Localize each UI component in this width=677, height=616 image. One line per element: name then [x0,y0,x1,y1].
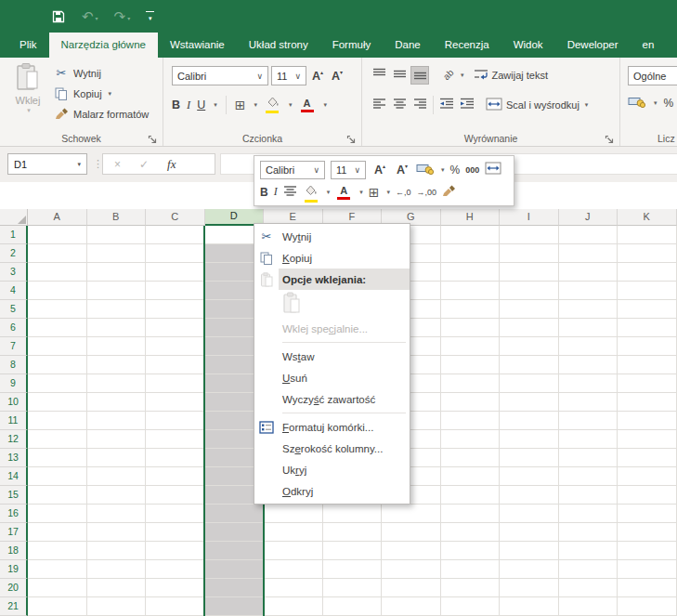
cell-J13[interactable] [559,449,618,467]
cell-C2[interactable] [146,244,205,263]
copy-button[interactable]: Kopiuj▾ [54,85,149,101]
cell-B5[interactable] [87,300,147,319]
tab-en[interactable]: en [631,33,667,58]
cell-A4[interactable] [28,282,87,300]
cell-E19[interactable] [264,560,323,579]
cell-J3[interactable] [559,263,618,282]
cell-I5[interactable] [500,300,559,319]
cell-B20[interactable] [87,579,147,597]
row-header-1[interactable]: 1 [0,226,28,244]
menu-item-szerokosc-kolumny[interactable]: Szerokość kolumny... [254,438,410,459]
cell-B1[interactable] [87,226,147,244]
cell-K11[interactable] [618,412,677,430]
align-top-button[interactable] [370,66,388,85]
column-header-C[interactable]: C [146,209,205,226]
increase-indent-button[interactable] [458,96,476,114]
align-left-button[interactable] [370,96,388,114]
cell-J17[interactable] [559,523,618,542]
accounting-format-button[interactable] [628,96,645,111]
cell-C11[interactable] [146,412,205,430]
enter-icon[interactable]: ✓ [139,158,149,171]
row-header-21[interactable]: 21 [0,597,28,616]
cell-D17[interactable] [205,523,265,542]
row-header-20[interactable]: 20 [0,579,28,597]
cell-G20[interactable] [382,579,441,597]
cell-A7[interactable] [28,337,87,356]
cell-K17[interactable] [618,523,677,542]
menu-item-wstaw[interactable]: Wstaw [254,346,410,367]
cell-K13[interactable] [618,449,677,467]
align-right-button[interactable] [410,96,429,114]
cell-D16[interactable] [205,505,265,523]
cell-F19[interactable] [323,560,383,579]
paste-button[interactable]: Wklej ▾ [7,62,48,131]
orientation-button[interactable]: ab [438,66,457,85]
clipboard-dialog-launcher-icon[interactable] [148,132,159,143]
cell-J12[interactable] [559,430,618,449]
row-header-9[interactable]: 9 [0,374,28,393]
merge-center-button[interactable]: Scal i wyśrodkuj▾ [486,98,588,112]
cell-I12[interactable] [500,430,559,449]
cell-J10[interactable] [559,393,618,412]
cell-E21[interactable] [264,597,323,616]
row-header-6[interactable]: 6 [0,319,28,337]
font-color-button[interactable]: A [299,98,316,112]
cell-C9[interactable] [146,374,205,393]
cell-I20[interactable] [500,579,559,597]
row-header-7[interactable]: 7 [0,337,28,356]
cell-K6[interactable] [618,319,677,337]
cell-B19[interactable] [87,560,147,579]
cell-C12[interactable] [146,430,205,449]
menu-item-usun[interactable]: Usuń [254,367,410,388]
cell-I15[interactable] [500,486,559,505]
cell-K7[interactable] [618,337,677,356]
cell-K21[interactable] [618,597,677,616]
cell-K3[interactable] [618,263,677,282]
cell-I1[interactable] [500,226,559,244]
italic-button[interactable]: I [187,98,190,112]
tab-formuly[interactable]: Formuły [320,33,384,58]
cell-C6[interactable] [146,319,205,337]
cell-C19[interactable] [146,560,205,579]
mini-fill-color-button[interactable] [303,182,319,203]
cell-J11[interactable] [559,412,618,430]
cell-H8[interactable] [441,356,501,374]
cell-A2[interactable] [28,244,87,263]
cell-I21[interactable] [500,597,559,616]
cell-G16[interactable] [382,505,441,523]
tab-narzedzia-glowne[interactable]: Narzędzia główne [49,33,158,58]
mini-font-size-combo[interactable]: 11∨ [331,161,366,179]
cell-C13[interactable] [146,449,205,467]
tab-widok[interactable]: Widok [501,33,555,58]
cell-J7[interactable] [559,337,618,356]
row-header-3[interactable]: 3 [0,263,28,282]
cell-H11[interactable] [441,412,501,430]
decrease-indent-button[interactable] [437,96,456,114]
cell-I7[interactable] [500,337,559,356]
cell-G21[interactable] [382,597,441,616]
tab-uklad-strony[interactable]: Układ strony [237,33,320,58]
mini-fill-dropdown-icon[interactable]: ▾ [327,189,331,196]
cell-A20[interactable] [28,579,87,597]
mini-increase-decimal-button[interactable]: →,00 [416,188,436,197]
cell-I19[interactable] [500,560,559,579]
cell-I2[interactable] [500,244,559,263]
cell-I13[interactable] [500,449,559,467]
cell-F20[interactable] [323,579,383,597]
column-header-J[interactable]: J [559,209,618,226]
cell-K1[interactable] [618,226,677,244]
cell-H4[interactable] [441,282,501,300]
menu-item-odkryj[interactable]: Odkryj [254,480,410,502]
cell-F18[interactable] [323,542,383,560]
cell-K10[interactable] [618,393,677,412]
cell-K9[interactable] [618,374,677,393]
cell-C16[interactable] [146,505,205,523]
cell-K16[interactable] [618,505,677,523]
tab-plik[interactable]: Plik [7,33,49,58]
fill-color-button[interactable] [264,97,280,113]
cell-H9[interactable] [441,374,501,393]
accounting-dropdown-icon[interactable]: ▾ [654,99,657,107]
cell-H17[interactable] [441,523,501,542]
mini-accounting-dropdown-icon[interactable]: ▾ [441,166,445,174]
tab-dane[interactable]: Dane [383,33,433,58]
